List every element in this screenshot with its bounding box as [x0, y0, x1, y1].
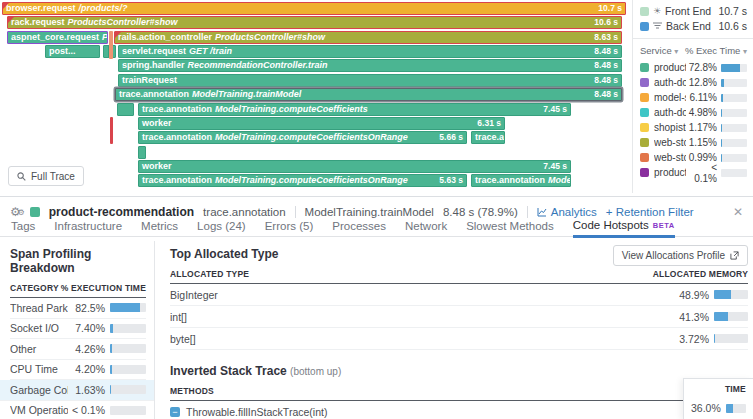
span-resource: ModelTraining.computeCoefficientsOnRange	[215, 175, 408, 186]
legend-service-row[interactable]: shopist-web-ui1.17%	[640, 120, 747, 135]
allocated-row[interactable]: int[]41.3%	[170, 306, 748, 328]
span-detail-header: ⚙⚙ product-recommendation trace.annotati…	[0, 197, 753, 221]
allocated-fill	[714, 312, 728, 321]
service-exec-bar	[721, 109, 747, 117]
flame-span[interactable]: worker6.31 s	[138, 117, 505, 130]
legend-summary-row[interactable]: Back End10.6 s	[640, 19, 747, 33]
allocated-type-name: byte[]	[170, 333, 667, 345]
span-profiling-breakdown-section: Span Profiling Breakdown CATEGORY % EXEC…	[0, 241, 155, 419]
service-name: product-recom...	[654, 167, 686, 178]
external-link-icon	[730, 251, 739, 260]
breakdown-row[interactable]: Garbage Collection1.63%	[0, 380, 154, 401]
span-duration: 8.48 s	[594, 75, 618, 86]
caret-down-icon: ▾	[743, 47, 747, 56]
breakdown-row[interactable]: VM Operations< 0.1%	[10, 401, 146, 419]
legend-service-header[interactable]: Service ▾	[640, 45, 678, 56]
legend-summary-label: Front End	[665, 5, 711, 17]
flame-span[interactable]: spring.handlerRecommendationController.t…	[118, 59, 622, 72]
operation-name: trace.annotation	[203, 206, 285, 218]
allocated-type-name: int[]	[170, 311, 667, 323]
tab-label: Network	[405, 220, 447, 232]
flame-graph: browser.request/products/?10.7 srack.req…	[0, 0, 632, 193]
legend-exec-header[interactable]: % Exec Time ▾	[685, 45, 747, 56]
analytics-link[interactable]: Analytics	[537, 206, 597, 218]
flame-span[interactable]: rails.action_controllerProductsControlle…	[114, 31, 622, 44]
exec-bar	[110, 385, 146, 394]
error-indicator	[3, 3, 9, 9]
breakdown-row[interactable]: Thread Park82.5%	[10, 298, 146, 319]
exec-bar	[110, 406, 146, 415]
retention-filter-link[interactable]: + Retention Filter	[606, 206, 694, 218]
col-category: CATEGORY	[10, 283, 59, 293]
service-name: auth-dotnet-po...	[654, 107, 686, 118]
flame-span[interactable]: worker7.45 s	[138, 160, 571, 173]
legend-service-row[interactable]: auth-dotnet12.8%	[640, 75, 747, 90]
service-exec-bar	[721, 94, 747, 102]
tab-network[interactable]: Network	[405, 220, 447, 236]
span-resource: ModelTraining.trainModel	[192, 89, 301, 100]
flame-span[interactable]	[117, 103, 134, 116]
flame-span[interactable]: post...	[45, 45, 100, 58]
service-exec-bar	[721, 139, 747, 147]
col-exec-time: % EXECUTION TIME	[61, 283, 146, 293]
flame-span[interactable]: trace.annotationModelTraining.computeCoe…	[138, 174, 467, 187]
breakdown-row[interactable]: CPU Time4.20%	[10, 360, 146, 381]
flame-span[interactable]: trace.annotationModelTraining.trainModel…	[115, 88, 622, 101]
view-allocations-profile-button[interactable]: View Allocations Profile	[613, 245, 748, 266]
span-duration: 8.48 s	[594, 89, 618, 100]
legend-summary-row[interactable]: ☀Front End10.7 s	[640, 4, 747, 18]
full-trace-button[interactable]: Full Trace	[8, 166, 84, 186]
close-icon[interactable]: ✕	[733, 205, 743, 219]
legend-service-row[interactable]: web-store1.15%	[640, 135, 747, 150]
legend-service-row[interactable]: auth-dotnet-po...4.98%	[640, 105, 747, 120]
span-operation: trace.annotation	[142, 104, 212, 115]
flame-span[interactable]: rack.requestProductsController#show10.6 …	[7, 16, 622, 29]
method-time-pct: 36.0%	[691, 402, 721, 414]
tab-tags[interactable]: Tags	[11, 220, 35, 236]
flame-span[interactable]: trace.annotationModelTraining.computeCoe…	[138, 103, 571, 116]
full-trace-label: Full Trace	[31, 171, 75, 182]
service-exec-bar	[721, 154, 747, 162]
flame-span[interactable]: trace.annotationModelTraining.s...	[471, 174, 571, 187]
tab-slowest-methods[interactable]: Slowest Methods	[466, 220, 554, 236]
tab-infrastructure[interactable]: Infrastructure	[54, 220, 122, 236]
breakdown-row[interactable]: Socket I/O7.40%	[10, 319, 146, 340]
service-name: model-storage	[654, 92, 686, 103]
backend-icon	[653, 21, 662, 32]
col-time: TIME	[691, 384, 746, 394]
tab-processes[interactable]: Processes	[332, 220, 386, 236]
flame-span[interactable]	[138, 146, 146, 159]
tab-errors-5[interactable]: Errors (5)	[265, 220, 314, 236]
tab-metrics[interactable]: Metrics	[141, 220, 178, 236]
tab-code-hotspots[interactable]: Code HotspotsBETA	[573, 219, 675, 238]
allocated-row[interactable]: byte[]3.72%	[170, 328, 748, 350]
service-swatch	[640, 108, 649, 117]
service-exec-bar	[721, 79, 747, 87]
span-duration: 5.63 s	[439, 175, 463, 186]
legend-service-row[interactable]: product-recom...72.8%	[640, 60, 747, 75]
span-operation: trace.annotation	[142, 175, 212, 186]
span-resource: ProductsController#show	[68, 17, 178, 28]
flame-span[interactable]: trace.an...	[471, 131, 505, 144]
flame-span[interactable]: aspnet_core.requestPOST check-t...	[7, 31, 108, 44]
flame-span[interactable]: servlet.requestGET /train8.48 s	[118, 45, 622, 58]
code-hotspots-content: Top Allocated Type View Allocations Prof…	[156, 241, 753, 419]
span-settings-icon[interactable]: ⚙⚙	[10, 206, 21, 218]
legend-service-list: product-recom...72.8%auth-dotnet12.8%mod…	[640, 60, 747, 180]
allocated-pct: 48.9%	[667, 289, 709, 301]
allocated-row[interactable]: BigInteger48.9%	[170, 284, 748, 306]
beta-badge: BETA	[653, 221, 675, 230]
breakdown-row[interactable]: Other4.26%	[10, 339, 146, 360]
flame-span[interactable]: trainRequest8.48 s	[118, 74, 622, 87]
service-swatch	[640, 123, 649, 132]
collapse-icon[interactable]: −	[170, 407, 180, 417]
legend-service-row[interactable]: product-recom...< 0.1%	[640, 165, 747, 180]
tab-logs-24[interactable]: Logs (24)	[197, 220, 246, 236]
flame-span[interactable]: trace.annotationModelTraining.computeCoe…	[138, 131, 467, 144]
span-operation: trace.annotation	[475, 175, 545, 186]
flame-span[interactable]: browser.request/products/?10.7 s	[2, 2, 626, 15]
span-resource: GET /train	[189, 46, 232, 57]
service-exec-bar	[721, 169, 747, 177]
legend-service-row[interactable]: model-storage6.11%	[640, 90, 747, 105]
method-row[interactable]: −Throwable.fillInStackTrace(int)	[170, 401, 748, 419]
